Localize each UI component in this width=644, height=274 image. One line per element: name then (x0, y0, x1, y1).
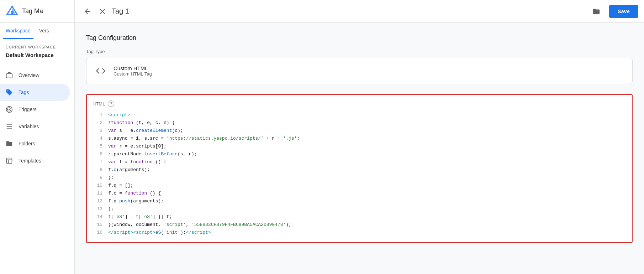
sidebar-item-templates[interactable]: Templates (0, 152, 70, 169)
folder-button[interactable] (589, 4, 603, 19)
sidebar: Tag Ma Workspace Vers CURRENT WORKSPACE … (0, 0, 75, 274)
line-content: }(window, document, 'script', '55EB33CFB… (108, 221, 291, 229)
line-number: 11 (93, 190, 102, 197)
main-wrapper: Tag 1 Save Tag Configuration Tag Type Cu… (75, 0, 644, 274)
line-content: !function (t, e, c, n) { (108, 119, 175, 127)
code-editor[interactable]: 1<script>2 !function (t, e, c, n) {3 var… (93, 111, 626, 237)
line-number: 4 (93, 135, 102, 143)
svg-rect-4 (6, 74, 12, 78)
line-content: </script><script>eS('init');</script> (108, 229, 211, 237)
code-line: 7 var f = function () { (93, 158, 626, 166)
code-line: 11 f.c = function () { (93, 190, 626, 197)
line-content: var s = e.createElement(c); (108, 127, 183, 135)
line-number: 9 (93, 174, 102, 182)
sidebar-nav: Overview Tags Triggers Variables (0, 64, 74, 274)
line-number: 5 (93, 143, 102, 150)
line-number: 1 (93, 111, 102, 119)
code-line: 3 var s = e.createElement(c); (93, 127, 626, 135)
section-title: Tag Configuration (86, 34, 633, 42)
custom-html-icon (94, 64, 108, 78)
line-number: 15 (93, 221, 102, 229)
line-number: 12 (93, 197, 102, 205)
line-content: f.q = []; (108, 182, 133, 190)
line-content: }; (108, 174, 114, 182)
sidebar-header: Tag Ma (0, 0, 74, 23)
briefcase-icon (6, 72, 13, 79)
line-content: var f = function () { (108, 158, 167, 166)
line-number: 6 (93, 150, 102, 158)
app-title: Tag Ma (22, 7, 43, 15)
sidebar-item-folders[interactable]: Folders (0, 135, 70, 152)
svg-rect-11 (7, 128, 12, 129)
html-label: HTML (93, 101, 105, 107)
tag-type-name: Custom HTML (114, 65, 152, 71)
code-line: 13 }; (93, 205, 626, 213)
line-number: 10 (93, 182, 102, 190)
sidebar-item-overview[interactable]: Overview (0, 67, 70, 84)
tab-versions[interactable]: Vers (36, 23, 52, 39)
line-content: t['eS'] = t['eS'] || f; (108, 213, 172, 221)
content-area: Tag Configuration Tag Type Custom HTML C… (75, 23, 644, 274)
code-line: 1<script> (93, 111, 626, 119)
line-content: }; (108, 205, 114, 213)
sidebar-item-triggers[interactable]: Triggers (0, 101, 70, 118)
line-content: <script> (108, 111, 130, 119)
code-line: 4 s.async = 1, s.src = 'https://statics.… (93, 135, 626, 143)
svg-rect-10 (7, 126, 12, 127)
svg-point-8 (9, 109, 10, 110)
code-line: 12 f.q.push(arguments); (93, 197, 626, 205)
line-content: var r = e.scripts[0]; (108, 143, 167, 150)
sidebar-item-label-folders: Folders (19, 141, 35, 146)
variables-icon (6, 123, 13, 130)
sidebar-item-label-triggers: Triggers (19, 107, 37, 112)
sidebar-item-tags[interactable]: Tags (0, 84, 70, 101)
code-line: 16</script><script>eS('init');</script> (93, 229, 626, 237)
tag-type-card[interactable]: Custom HTML Custom HTML Tag (86, 58, 633, 84)
line-number: 7 (93, 158, 102, 166)
svg-rect-12 (7, 158, 12, 164)
code-line: 5 var r = e.scripts[0]; (93, 143, 626, 150)
workspace-label: CURRENT WORKSPACE (0, 39, 74, 51)
line-number: 16 (93, 229, 102, 237)
sidebar-item-variables[interactable]: Variables (0, 118, 70, 135)
tag-title: Tag 1 (112, 7, 586, 15)
line-content: f.q.push(arguments); (108, 197, 164, 205)
target-icon (6, 106, 13, 113)
line-number: 2 (93, 119, 102, 127)
code-line: 6 r.parentNode.insertBefore(s, r); (93, 150, 626, 158)
line-number: 3 (93, 127, 102, 135)
tab-workspace[interactable]: Workspace (3, 23, 33, 39)
sidebar-tabs: Workspace Vers (0, 23, 74, 39)
svg-point-5 (7, 91, 9, 92)
line-number: 13 (93, 205, 102, 213)
help-icon[interactable]: ? (108, 100, 114, 107)
gtm-logo (6, 5, 19, 18)
main-header: Tag 1 Save (75, 0, 644, 23)
line-content: f.c = function () { (108, 190, 161, 197)
save-button[interactable]: Save (609, 5, 638, 18)
sidebar-item-label-templates: Templates (19, 158, 41, 164)
tag-type-label: Tag Type (86, 49, 633, 54)
line-number: 14 (93, 213, 102, 221)
code-line: 14 t['eS'] = t['eS'] || f; (93, 213, 626, 221)
back-button[interactable] (80, 4, 95, 19)
folder-icon (6, 140, 13, 147)
svg-rect-3 (11, 11, 13, 15)
line-content: s.async = 1, s.src = 'https://statics.ye… (108, 135, 300, 143)
line-content: r.parentNode.insertBefore(s, r); (108, 150, 197, 158)
workspace-name: Default Workspace (0, 51, 74, 64)
code-line: 15 }(window, document, 'script', '55EB33… (93, 221, 626, 229)
sidebar-item-label-tags: Tags (19, 89, 29, 95)
line-content: f.c(arguments); (108, 166, 150, 174)
sidebar-item-label-variables: Variables (19, 124, 39, 129)
code-line: 8 f.c(arguments); (93, 166, 626, 174)
close-button[interactable] (96, 5, 109, 18)
code-line: 9 }; (93, 174, 626, 182)
tag-icon (6, 89, 13, 96)
tag-type-sub: Custom HTML Tag (114, 71, 152, 77)
code-line: 2 !function (t, e, c, n) { (93, 119, 626, 127)
code-line: 10 f.q = []; (93, 182, 626, 190)
template-icon (6, 157, 13, 164)
html-section: HTML ? 1<script>2 !function (t, e, c, n)… (86, 94, 633, 243)
line-number: 8 (93, 166, 102, 174)
